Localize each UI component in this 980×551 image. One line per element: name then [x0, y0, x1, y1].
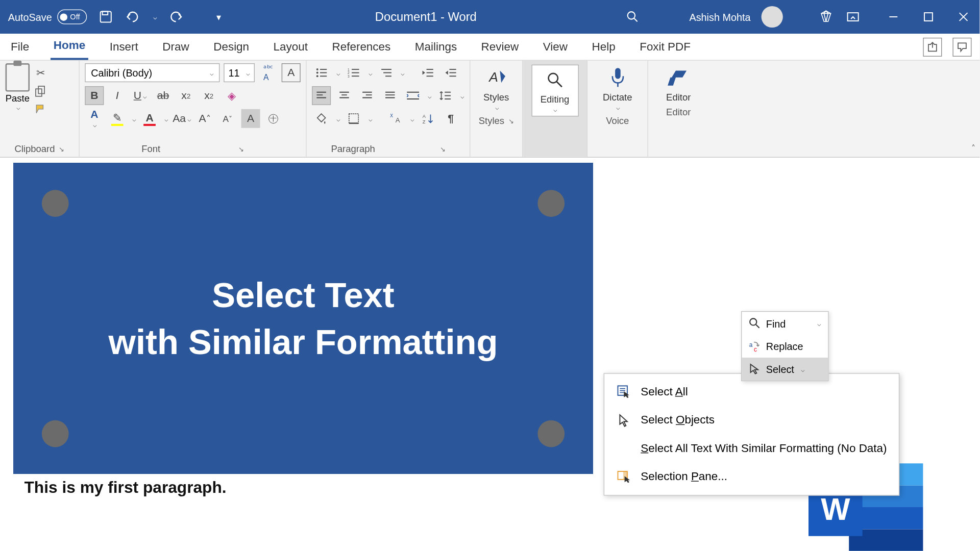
select-submenu: Select All Select Objects Select All Tex…	[604, 373, 900, 495]
distributed-icon[interactable]	[404, 86, 423, 105]
ribbon-display-icon[interactable]	[845, 9, 861, 25]
paste-button[interactable]: Paste	[6, 93, 30, 104]
clipboard-launcher-icon[interactable]: ↘	[59, 145, 64, 153]
cut-icon[interactable]: ✂	[34, 66, 47, 79]
format-painter-icon[interactable]	[34, 104, 47, 117]
resize-handle-icon[interactable]	[537, 190, 565, 217]
line-spacing-icon[interactable]	[436, 86, 455, 105]
selection-pane-item[interactable]: Selection Pane...	[604, 463, 899, 491]
font-launcher-icon[interactable]: ↘	[238, 145, 244, 153]
sort-icon[interactable]: AZ	[419, 109, 437, 128]
selection-pane-icon	[617, 469, 631, 484]
ribbon-tabs: File Home Insert Draw Design Layout Refe…	[0, 34, 979, 61]
save-icon[interactable]	[97, 9, 114, 25]
minimize-icon[interactable]	[885, 9, 901, 25]
resize-handle-icon[interactable]	[42, 190, 69, 217]
editor-button[interactable]: Editor	[653, 63, 703, 105]
text-box-shape[interactable]: Select Text with Similar Formatting	[13, 163, 593, 474]
close-icon[interactable]	[955, 9, 972, 25]
numbering-icon[interactable]: 123	[345, 63, 363, 82]
multilevel-list-icon[interactable]	[377, 63, 396, 82]
dictate-button[interactable]: Dictate ⌵	[593, 63, 642, 114]
svg-line-3	[634, 18, 638, 22]
svg-point-2	[628, 12, 635, 19]
bold-button[interactable]: B	[85, 86, 104, 105]
font-size-selector[interactable]: 11⌵	[224, 63, 255, 82]
tab-help[interactable]: Help	[589, 35, 618, 59]
customize-qat-icon[interactable]: ▾	[211, 9, 227, 25]
tab-layout[interactable]: Layout	[271, 35, 310, 59]
select-objects-item[interactable]: Select Objects	[604, 406, 899, 434]
grow-font-icon[interactable]: A˄	[195, 109, 214, 128]
clear-formatting-icon[interactable]: ᵃᵇᶜA	[259, 63, 278, 82]
document-paragraph[interactable]: This is my first paragraph.	[24, 478, 227, 497]
group-paragraph: ⌵ 123⌵ ⌵ ⌵ ⌵	[307, 61, 471, 157]
tab-references[interactable]: References	[329, 35, 393, 59]
tab-view[interactable]: View	[540, 35, 570, 59]
diamond-icon[interactable]	[818, 9, 834, 25]
share-icon[interactable]	[923, 37, 942, 56]
shading-icon[interactable]	[312, 109, 331, 128]
select-similar-formatting-item[interactable]: Select All Text With Similar Formatting …	[604, 434, 899, 462]
strikethrough-button[interactable]: ab	[154, 86, 173, 105]
superscript-button[interactable]: x2	[200, 86, 218, 105]
bullets-icon[interactable]	[312, 63, 331, 82]
change-case-icon[interactable]: Aa⌵	[173, 109, 191, 128]
italic-button[interactable]: I	[108, 86, 127, 105]
replace-menu-item[interactable]: ac Replace	[742, 335, 828, 358]
tab-draw[interactable]: Draw	[160, 35, 192, 59]
paste-icon[interactable]	[6, 63, 30, 91]
subscript-button[interactable]: x2	[177, 86, 195, 105]
borders-icon[interactable]	[345, 109, 363, 128]
tab-file[interactable]: File	[8, 35, 32, 59]
comments-icon[interactable]	[952, 37, 971, 56]
user-name[interactable]: Ashish Mohta	[690, 11, 751, 22]
resize-handle-icon[interactable]	[42, 420, 69, 447]
redo-icon[interactable]	[168, 9, 184, 25]
select-all-icon	[617, 385, 631, 399]
align-left-icon[interactable]	[312, 86, 331, 105]
justify-icon[interactable]	[381, 86, 400, 105]
asian-layout-icon[interactable]: X̂A	[386, 109, 405, 128]
align-right-icon[interactable]	[358, 86, 377, 105]
user-avatar-icon[interactable]	[762, 6, 783, 28]
enclose-characters-icon[interactable]: ㊉	[264, 109, 283, 128]
font-name-selector[interactable]: Calibri (Body)⌵	[85, 63, 219, 82]
collapse-ribbon-icon[interactable]: ˄	[969, 141, 978, 156]
font-color-icon[interactable]: A	[140, 109, 159, 128]
shrink-font-icon[interactable]: A˅	[218, 109, 237, 128]
find-menu-item[interactable]: Find ⌵	[742, 312, 828, 335]
svg-text:A: A	[488, 69, 498, 85]
show-marks-icon[interactable]: ¶	[442, 109, 460, 128]
paragraph-launcher-icon[interactable]: ↘	[440, 145, 446, 153]
search-icon[interactable]	[625, 9, 641, 25]
tab-review[interactable]: Review	[478, 35, 521, 59]
select-all-item[interactable]: Select All	[604, 378, 899, 406]
tab-insert[interactable]: Insert	[107, 35, 141, 59]
maximize-icon[interactable]	[920, 9, 937, 25]
styles-button[interactable]: A Styles ⌵	[476, 63, 517, 114]
shape-text[interactable]: Select Text with Similar Formatting	[109, 271, 498, 366]
copy-icon[interactable]	[34, 85, 47, 98]
editing-button[interactable]: Editing ⌵	[531, 65, 578, 117]
tab-home[interactable]: Home	[51, 34, 88, 60]
character-border-icon[interactable]: A	[282, 63, 301, 82]
increase-indent-icon[interactable]	[442, 63, 460, 82]
select-menu-item[interactable]: Select⌵	[742, 358, 828, 381]
align-center-icon[interactable]	[335, 86, 354, 105]
clipboard-label: Clipboard	[14, 143, 55, 154]
text-effects-icon[interactable]: ◈	[223, 86, 241, 105]
tab-foxit[interactable]: Foxit PDF	[637, 35, 693, 59]
tab-design[interactable]: Design	[211, 35, 252, 59]
undo-icon[interactable]	[125, 9, 141, 25]
text-fill-icon[interactable]: A⌵	[85, 109, 104, 128]
highlight-icon[interactable]: ✎	[108, 109, 127, 128]
underline-button[interactable]: U⌵	[131, 86, 150, 105]
autosave-toggle[interactable]: AutoSave Off	[8, 9, 87, 24]
decrease-indent-icon[interactable]	[419, 63, 437, 82]
character-shading-icon[interactable]: A	[241, 109, 260, 128]
styles-launcher-icon[interactable]: ↘	[508, 117, 514, 124]
document-title: Document1 - Word	[238, 10, 614, 24]
tab-mailings[interactable]: Mailings	[412, 35, 460, 59]
resize-handle-icon[interactable]	[537, 420, 565, 447]
